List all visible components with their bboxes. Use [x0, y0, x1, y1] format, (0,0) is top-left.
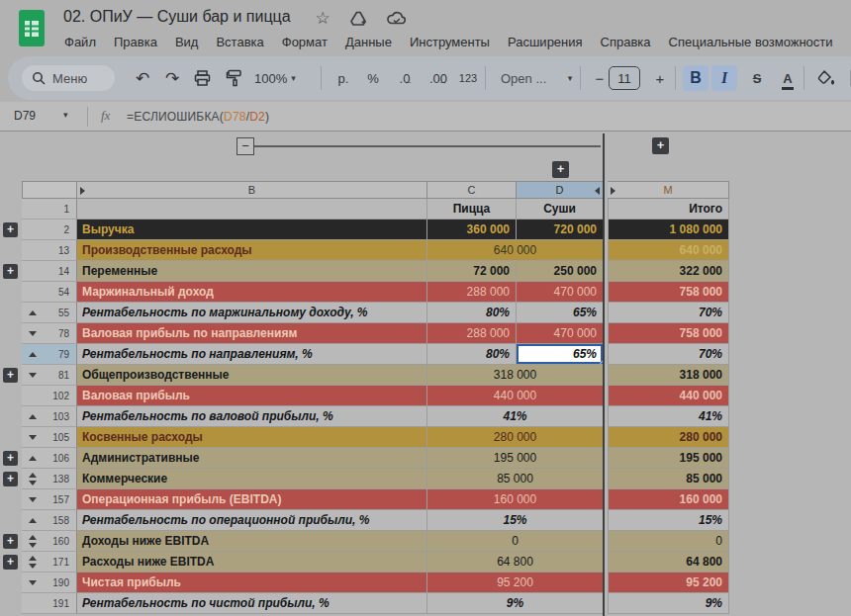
- cell-m-total[interactable]: 318 000: [608, 365, 729, 386]
- menu-item[interactable]: Вид: [166, 32, 208, 52]
- menu-item[interactable]: Данные: [336, 32, 401, 52]
- menu-item[interactable]: Файл: [55, 32, 105, 52]
- expand-row-group-button[interactable]: +: [3, 534, 18, 549]
- row-header[interactable]: 102: [22, 386, 77, 406]
- cell-d[interactable]: 250 000: [517, 261, 604, 282]
- text-color-button[interactable]: A: [774, 56, 802, 100]
- cell-label[interactable]: Производственные расходы: [77, 240, 427, 261]
- increase-font-size-button[interactable]: +: [649, 56, 671, 100]
- menu-item[interactable]: Вставка: [207, 32, 272, 52]
- expand-row-group-button[interactable]: +: [3, 368, 18, 383]
- cell-label[interactable]: Маржинальный доход: [77, 282, 427, 303]
- collapse-up-icon[interactable]: [29, 456, 37, 461]
- cell-m-total[interactable]: 41%: [608, 406, 729, 427]
- expand-row-group-button[interactable]: +: [3, 555, 18, 570]
- move-to-drive-icon[interactable]: [348, 9, 368, 29]
- expand-row-group-button[interactable]: +: [3, 222, 18, 237]
- cell-merged-cd[interactable]: 195 000: [427, 448, 604, 469]
- cell-label[interactable]: Административные: [77, 448, 427, 469]
- collapse-down-icon[interactable]: [29, 497, 37, 502]
- cell-merged-cd[interactable]: 280 000: [427, 427, 604, 448]
- collapse-both-icon[interactable]: [29, 564, 37, 569]
- paint-format-button[interactable]: [219, 56, 248, 100]
- cell-m-total[interactable]: 640 000: [608, 240, 729, 261]
- cell-merged-cd[interactable]: 440 000: [427, 386, 604, 406]
- row-header[interactable]: 106: [22, 448, 77, 469]
- row-header[interactable]: 171: [22, 552, 77, 572]
- expand-row-group-button[interactable]: +: [3, 472, 18, 486]
- document-title[interactable]: 02. ОПиУ — Суши бар и пицца: [63, 8, 291, 26]
- cell-m-total[interactable]: 758 000: [608, 282, 729, 303]
- collapse-both-icon[interactable]: [29, 535, 37, 540]
- cell-merged-cd[interactable]: 41%: [427, 406, 604, 427]
- cell-merged-cd[interactable]: 318 000: [427, 365, 604, 386]
- font-size-input[interactable]: 11: [609, 66, 640, 90]
- cell-c[interactable]: 72 000: [427, 261, 517, 282]
- collapse-down-icon[interactable]: [29, 435, 37, 440]
- cell-merged-cd[interactable]: 160 000: [427, 489, 604, 510]
- cell-c[interactable]: 288 000: [427, 282, 517, 303]
- cell-m-total[interactable]: 322 000: [608, 261, 729, 282]
- name-box-caret[interactable]: ▾: [63, 110, 68, 120]
- cell-c[interactable]: Пицца: [427, 199, 517, 220]
- cell-m-total[interactable]: 160 000: [608, 489, 729, 510]
- row-header[interactable]: 78: [22, 323, 77, 344]
- row-header[interactable]: 191: [22, 593, 77, 614]
- cell-label[interactable]: Чистая прибыль: [77, 572, 427, 593]
- cell-c[interactable]: 288 000: [427, 323, 517, 344]
- expand-group-button[interactable]: +: [652, 137, 669, 154]
- selected-cell-d79[interactable]: 65%: [517, 344, 604, 365]
- star-icon[interactable]: ☆: [313, 9, 332, 29]
- font-select[interactable]: Open ...: [495, 56, 556, 100]
- menu-item[interactable]: Расширения: [499, 32, 592, 52]
- document-status-cloud-icon[interactable]: [386, 9, 406, 29]
- row-header[interactable]: 160: [22, 531, 77, 552]
- menu-item[interactable]: Справка: [592, 32, 660, 52]
- print-button[interactable]: [188, 56, 216, 100]
- column-header-d-selected[interactable]: D: [517, 181, 604, 199]
- row-header[interactable]: 157: [22, 489, 77, 510]
- cell-label[interactable]: Выручка: [77, 220, 427, 240]
- cell-label[interactable]: Переменные: [77, 261, 427, 282]
- percent-format-button[interactable]: %: [360, 56, 386, 100]
- cell-label[interactable]: Валовая прибыль: [77, 386, 427, 406]
- menu-item[interactable]: Формат: [273, 32, 336, 52]
- row-header[interactable]: 103: [22, 406, 77, 427]
- collapse-both-icon[interactable]: [29, 481, 37, 485]
- row-header[interactable]: 55: [22, 303, 77, 323]
- collapse-down-icon[interactable]: [29, 331, 37, 336]
- zoom-select[interactable]: 100%▾: [253, 56, 297, 100]
- cell-label[interactable]: Косвенные расходы: [77, 427, 427, 448]
- collapse-both-icon[interactable]: [29, 543, 37, 548]
- cell-m-total[interactable]: 0: [608, 531, 729, 552]
- borders-button[interactable]: [847, 56, 851, 100]
- collapse-group-button[interactable]: −: [236, 137, 254, 155]
- expand-row-group-button[interactable]: +: [3, 264, 18, 279]
- row-header[interactable]: 138: [22, 469, 77, 489]
- row-header[interactable]: 79: [22, 344, 77, 365]
- column-header-m[interactable]: M: [608, 181, 729, 199]
- cell-m-total[interactable]: 85 000: [608, 469, 729, 489]
- column-header-c[interactable]: C: [427, 181, 517, 199]
- cell-d[interactable]: 470 000: [517, 282, 604, 303]
- cell-m-total[interactable]: 15%: [608, 510, 729, 531]
- menu-item[interactable]: Правка: [105, 32, 166, 52]
- cell-merged-cd[interactable]: 95 200: [427, 572, 604, 593]
- cell-m-total[interactable]: 195 000: [608, 448, 729, 469]
- cell-m-total[interactable]: 1 080 000: [608, 220, 729, 240]
- cell-label[interactable]: [77, 199, 427, 220]
- cell-m-total[interactable]: 758 000: [608, 323, 729, 344]
- cell-label[interactable]: Рентабельность по маржинальному доходу, …: [77, 303, 427, 323]
- name-box[interactable]: D79: [14, 109, 36, 123]
- decrease-font-size-button[interactable]: −: [590, 56, 610, 100]
- collapse-up-icon[interactable]: [29, 352, 37, 357]
- formula-input[interactable]: =ЕСЛИОШИБКА(D78/D2): [127, 110, 269, 124]
- collapse-up-icon[interactable]: [29, 310, 37, 315]
- fill-color-button[interactable]: [811, 56, 841, 100]
- cell-label[interactable]: Коммерческие: [77, 469, 427, 489]
- collapse-down-icon[interactable]: [29, 580, 37, 585]
- sheets-logo[interactable]: [18, 10, 46, 46]
- undo-button[interactable]: ↶: [129, 56, 156, 100]
- collapse-both-icon[interactable]: [29, 556, 37, 561]
- menus-search[interactable]: Меню: [22, 65, 115, 91]
